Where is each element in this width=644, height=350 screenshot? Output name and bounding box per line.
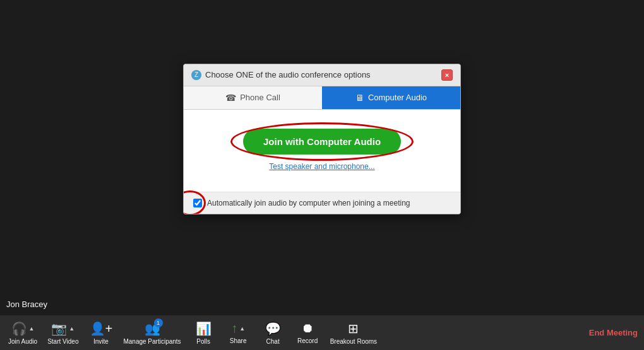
tab-computer-audio[interactable]: 🖥 Computer Audio	[322, 86, 460, 109]
audio-dialog: Z Choose ONE of the audio conference opt…	[183, 64, 461, 214]
zoom-icon: Z	[191, 70, 201, 80]
polls-label: Polls	[196, 338, 210, 345]
tab-phone-call[interactable]: ☎ Phone Call	[184, 86, 322, 109]
record-icon: ⏺	[301, 321, 314, 335]
breakout-rooms-label: Breakout Rooms	[330, 338, 377, 345]
toolbar-item-record[interactable]: ⏺ Record	[290, 318, 325, 347]
polls-icon: 📊	[196, 321, 212, 336]
dialog-title-area: Z Choose ONE of the audio conference opt…	[191, 70, 371, 80]
invite-label: Invite	[93, 338, 109, 345]
toolbar-item-join-audio[interactable]: 🎧 ▲ Join Audio	[3, 318, 42, 347]
toolbar-item-breakout-rooms[interactable]: ⊞ Breakout Rooms	[325, 318, 382, 347]
toolbar: 🎧 ▲ Join Audio 📷 ▲ Start Video 👤+ Invite…	[0, 315, 644, 350]
polls-icon-area: 📊	[196, 321, 212, 336]
monitor-icon: 🖥	[355, 93, 364, 103]
dialog-header: Z Choose ONE of the audio conference opt…	[184, 64, 460, 86]
chat-icon-area: 💬	[265, 321, 281, 336]
join-computer-audio-button[interactable]: Join with Computer Audio	[243, 129, 401, 155]
phone-icon: ☎	[225, 93, 236, 103]
dialog-body: Join with Computer Audio Test speaker an…	[184, 110, 460, 192]
participants-icon-area: 👥 1	[145, 321, 160, 336]
toolbar-item-share[interactable]: ↑ ▲ Share	[221, 318, 256, 347]
start-video-icon-area: 📷 ▲	[51, 321, 75, 336]
microphone-icon: 🎧	[11, 321, 27, 336]
share-label: Share	[230, 337, 247, 344]
breakout-icon: ⊞	[348, 321, 359, 336]
chat-label: Chat	[266, 338, 280, 345]
tab-computer-label: Computer Audio	[368, 93, 427, 102]
manage-participants-label: Manage Participants	[123, 338, 181, 345]
tab-phone-label: Phone Call	[240, 93, 280, 102]
toolbar-item-polls[interactable]: 📊 Polls	[186, 318, 221, 347]
participants-badge-wrapper: 👥 1	[145, 321, 160, 336]
invite-icon: 👤+	[90, 321, 113, 336]
share-chevron: ▲	[239, 325, 245, 332]
invite-icon-area: 👤+	[90, 321, 113, 336]
video-camera-icon: 📷	[51, 321, 67, 336]
join-button-wrapper: Join with Computer Audio	[243, 129, 401, 155]
toolbar-item-invite[interactable]: 👤+ Invite	[83, 318, 118, 347]
toolbar-item-start-video[interactable]: 📷 ▲ Start Video	[42, 318, 83, 347]
join-audio-chevron: ▲	[29, 325, 35, 332]
auto-join-checkbox-wrapper: Automatically join audio by computer whe…	[193, 199, 410, 207]
record-label: Record	[297, 337, 318, 344]
test-speaker-link[interactable]: Test speaker and microphone...	[269, 162, 374, 171]
record-icon-area: ⏺	[301, 321, 314, 335]
main-area: Jon Bracey Z Choose ONE of the audio con…	[0, 0, 644, 315]
start-video-chevron: ▲	[69, 325, 75, 332]
breakout-icon-area: ⊞	[348, 321, 359, 336]
dialog-overlay: Z Choose ONE of the audio conference opt…	[0, 0, 644, 315]
dialog-close-button[interactable]: ×	[441, 69, 453, 81]
toolbar-item-manage-participants[interactable]: 👥 1 Manage Participants	[118, 318, 186, 347]
end-meeting-button[interactable]: End Meeting	[589, 328, 638, 337]
dialog-tabs: ☎ Phone Call 🖥 Computer Audio	[184, 86, 460, 110]
chat-icon: 💬	[265, 321, 281, 336]
toolbar-item-chat[interactable]: 💬 Chat	[256, 318, 290, 347]
start-video-label: Start Video	[47, 338, 78, 345]
share-icon-area: ↑ ▲	[231, 321, 245, 335]
join-audio-icon-area: 🎧 ▲	[11, 321, 35, 336]
dialog-footer: Automatically join audio by computer whe…	[184, 192, 460, 214]
share-icon: ↑	[231, 321, 237, 335]
auto-join-label: Automatically join audio by computer whe…	[207, 199, 410, 207]
dialog-title: Choose ONE of the audio conference optio…	[205, 70, 371, 79]
auto-join-checkbox[interactable]	[193, 199, 202, 207]
participants-badge: 1	[154, 318, 163, 327]
join-audio-label: Join Audio	[8, 338, 37, 345]
